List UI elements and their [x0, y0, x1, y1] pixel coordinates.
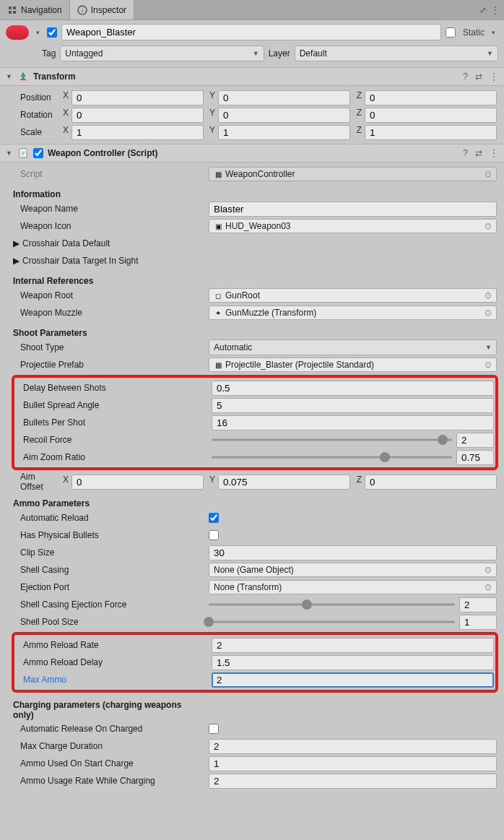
shell-pool-slider[interactable] — [209, 617, 455, 627]
dock-icon[interactable]: ⤢ — [479, 5, 487, 15]
ejection-port-field[interactable]: None (Transform)⊙ — [209, 580, 497, 594]
max-ammo-input[interactable] — [212, 672, 494, 688]
object-picker-icon[interactable]: ⊙ — [485, 360, 492, 370]
object-picker-icon[interactable]: ⊙ — [485, 290, 492, 300]
scale-x-input[interactable] — [71, 125, 204, 140]
max-charge-duration-label: Max Charge Duration — [13, 741, 204, 751]
position-y-input[interactable] — [218, 90, 350, 105]
object-picker-icon[interactable]: ⊙ — [485, 169, 492, 179]
transform-header[interactable]: ▼ Transform ?⇄⋮ — [0, 67, 504, 86]
chevron-down-icon: ▼ — [253, 50, 259, 57]
shell-casing-label: Shell Casing — [13, 565, 204, 575]
shoot-type-dropdown[interactable]: Automatic▼ — [209, 339, 497, 355]
static-checkbox[interactable] — [446, 27, 456, 38]
script-field: ▦WeaponController⊙ — [209, 167, 497, 181]
rotation-z-input[interactable] — [365, 108, 497, 123]
tab-navigation[interactable]: Navigation — [0, 0, 70, 20]
ejection-force-value[interactable] — [459, 597, 497, 612]
automatic-reload-checkbox[interactable] — [209, 513, 219, 523]
shoot-parameters-header: Shoot Parameters — [13, 328, 204, 338]
aim-offset-label: Aim Offset — [13, 472, 56, 492]
scale-y-input[interactable] — [218, 125, 350, 140]
shell-pool-size-label: Shell Pool Size — [13, 617, 204, 627]
clip-size-input[interactable] — [209, 545, 497, 560]
weapon-name-input[interactable] — [209, 202, 497, 217]
chevron-down-icon: ▼ — [485, 344, 492, 351]
object-picker-icon[interactable]: ⊙ — [485, 308, 492, 318]
position-label: Position — [13, 92, 56, 103]
bullet-spread-input[interactable] — [212, 398, 494, 413]
position-x-input[interactable] — [71, 90, 204, 105]
preset-icon[interactable]: ⇄ — [475, 148, 482, 158]
ejection-force-label: Shell Casing Ejection Force — [13, 599, 204, 610]
crosshair-target-foldout[interactable]: ▶Crosshair Data Target In Sight — [13, 256, 204, 266]
ammo-used-start-input[interactable] — [209, 756, 497, 771]
projectile-prefab-label: Projectile Prefab — [13, 360, 204, 370]
context-menu-icon[interactable]: ⋮ — [490, 72, 498, 82]
max-charge-duration-input[interactable] — [209, 739, 497, 754]
foldout-icon[interactable]: ▼ — [6, 150, 13, 157]
highlight-box-shoot: Delay Between Shots Bullet Spread Angle … — [12, 375, 498, 470]
ammo-usage-rate-input[interactable] — [209, 774, 497, 789]
static-dropdown[interactable]: ▾ — [489, 29, 498, 36]
bullets-per-shot-label: Bullets Per Shot — [16, 417, 207, 428]
preset-icon[interactable]: ⇄ — [475, 72, 482, 82]
rotation-x-input[interactable] — [71, 108, 204, 123]
navigation-icon — [7, 5, 17, 15]
weapon-root-field[interactable]: ◻GunRoot⊙ — [209, 288, 497, 303]
ammo-parameters-header: Ammo Parameters — [13, 498, 204, 508]
object-picker-icon[interactable]: ⊙ — [485, 565, 492, 575]
tab-label: Inspector — [91, 5, 126, 15]
ammo-reload-rate-input[interactable] — [212, 638, 494, 653]
delay-between-shots-label: Delay Between Shots — [16, 383, 207, 393]
crosshair-default-foldout[interactable]: ▶Crosshair Data Default — [13, 238, 204, 248]
ammo-reload-rate-label: Ammo Reload Rate — [16, 640, 207, 650]
aim-zoom-ratio-label: Aim Zoom Ratio — [16, 452, 207, 462]
rotation-label: Rotation — [13, 110, 56, 120]
shell-casing-field[interactable]: None (Game Object)⊙ — [209, 563, 497, 577]
ammo-usage-rate-label: Ammo Usage Rate While Charging — [13, 776, 204, 786]
prefab-file-icon: ▦ — [214, 360, 222, 369]
recoil-force-value[interactable] — [456, 433, 494, 448]
ejection-force-slider[interactable] — [209, 599, 455, 610]
auto-release-checkbox[interactable] — [209, 724, 219, 734]
layer-dropdown[interactable]: Default▼ — [295, 46, 498, 61]
active-checkbox[interactable] — [47, 27, 57, 38]
aim-zoom-value[interactable] — [456, 450, 494, 465]
shoot-type-label: Shoot Type — [13, 342, 204, 352]
static-label: Static — [463, 27, 485, 38]
has-physical-bullets-checkbox[interactable] — [209, 530, 219, 540]
bullets-per-shot-input[interactable] — [212, 415, 494, 430]
tag-label: Tag — [42, 48, 56, 59]
projectile-prefab-field[interactable]: ▦Projectile_Blaster (Projectile Standard… — [209, 358, 497, 372]
inspector-icon: i — [77, 5, 87, 15]
aim-offset-x-input[interactable] — [71, 475, 204, 490]
object-picker-icon[interactable]: ⊙ — [485, 221, 492, 231]
tag-dropdown[interactable]: Untagged▼ — [60, 46, 264, 61]
rotation-y-input[interactable] — [218, 108, 350, 123]
foldout-icon[interactable]: ▼ — [6, 73, 13, 80]
weapon-icon-field[interactable]: ▣HUD_Weapon03⊙ — [209, 219, 497, 233]
scale-z-input[interactable] — [365, 125, 497, 140]
ammo-reload-delay-input[interactable] — [212, 655, 494, 670]
weapon-controller-header[interactable]: ▼ # Weapon Controller (Script) ?⇄⋮ — [0, 144, 504, 163]
aim-zoom-slider[interactable] — [212, 452, 452, 462]
context-menu-icon[interactable]: ⋮ — [491, 5, 500, 15]
tag-layer-row: Tag Untagged▼ Layer Default▼ — [0, 44, 504, 67]
tab-inspector[interactable]: i Inspector — [70, 0, 134, 20]
recoil-force-slider[interactable] — [212, 435, 452, 445]
context-menu-icon[interactable]: ⋮ — [490, 148, 498, 158]
weapon-muzzle-field[interactable]: ✦GunMuzzle (Transform)⊙ — [209, 306, 497, 320]
object-picker-icon[interactable]: ⊙ — [485, 582, 492, 592]
position-z-input[interactable] — [365, 90, 497, 105]
prefab-dropdown[interactable]: ▾ — [33, 29, 43, 36]
help-icon[interactable]: ? — [463, 72, 468, 82]
ammo-reload-delay-label: Ammo Reload Delay — [16, 657, 207, 667]
help-icon[interactable]: ? — [463, 148, 468, 158]
gameobject-name-input[interactable] — [61, 24, 441, 40]
component-enabled-checkbox[interactable] — [33, 148, 43, 158]
shell-pool-value[interactable] — [459, 615, 497, 630]
delay-between-shots-input[interactable] — [212, 381, 494, 396]
aim-offset-y-input[interactable] — [218, 475, 350, 490]
aim-offset-z-input[interactable] — [365, 475, 497, 490]
